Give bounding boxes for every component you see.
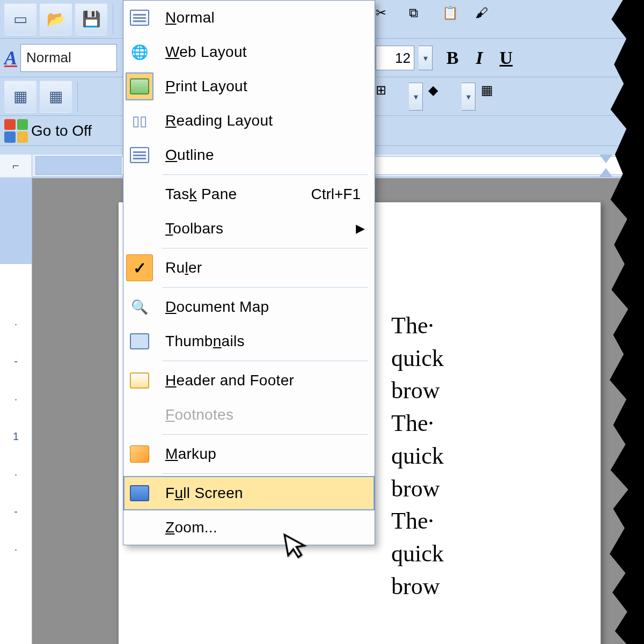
new-doc-button[interactable]: ▭ xyxy=(4,3,36,35)
checkmark-icon: ✓ xyxy=(133,259,147,277)
outline-icon xyxy=(130,147,149,163)
word-2003-window: ▭ 📂 💾 A Normal ▦ ▦ Go to Off 12 ▾ B I U … xyxy=(0,0,644,644)
style-selector-value: Normal xyxy=(26,49,71,66)
underline-button[interactable]: U xyxy=(495,48,517,68)
styles-aa-icon[interactable]: A xyxy=(4,47,17,69)
insert-table-button[interactable]: ▦ xyxy=(40,80,72,113)
table-grid-icon: ▦ xyxy=(49,87,63,105)
borders-icon: ▦ xyxy=(481,83,493,97)
header-footer-icon xyxy=(130,372,149,389)
grid-dropdown[interactable]: ▾ xyxy=(409,83,423,111)
font-size-value: 12 xyxy=(395,50,411,67)
scissors-icon: ✂ xyxy=(376,5,386,20)
bucket-icon: ◆ xyxy=(428,83,438,97)
drawing-toolbar-right: ⊞ ▾ ◆ ▾ ▦ xyxy=(376,77,509,116)
right-indent-marker-bottom[interactable] xyxy=(599,168,612,177)
grid-icon: ⊞ xyxy=(376,83,386,97)
clipboard-toolbar-right: ✂ ⧉ 📋 🖌 xyxy=(376,0,503,39)
bold-button[interactable]: B xyxy=(441,48,464,68)
fill-color-button[interactable]: ◆ xyxy=(428,83,456,111)
menu-item-toolbars[interactable]: Toolbars ▶ xyxy=(123,211,375,246)
reading-layout-icon: ▯▯ xyxy=(132,113,147,129)
print-layout-icon xyxy=(130,78,149,94)
ruler-tick: - xyxy=(14,355,18,368)
menu-shortcut: Ctrl+F1 xyxy=(311,186,375,203)
ruler-tick: · xyxy=(14,318,18,330)
menu-item-header-footer[interactable]: Header and Footer xyxy=(123,363,375,398)
borders-button[interactable]: ▦ xyxy=(481,83,509,111)
document-text[interactable]: The· quick brow The· quick brow The· qui… xyxy=(391,310,444,603)
toolbar-separator xyxy=(113,4,113,34)
right-indent-marker-top[interactable] xyxy=(599,155,612,163)
font-size-dropdown[interactable]: ▾ xyxy=(419,46,433,70)
save-button[interactable]: 💾 xyxy=(75,3,107,35)
style-selector[interactable]: Normal xyxy=(20,44,117,72)
menu-item-task-pane[interactable]: Task Pane Ctrl+F1 xyxy=(123,177,375,211)
normal-view-icon xyxy=(130,10,149,26)
menu-separator xyxy=(162,361,368,361)
cut-button[interactable]: ✂ xyxy=(376,5,404,33)
goto-office-link[interactable]: Go to Off xyxy=(31,122,92,140)
menu-item-document-map[interactable]: 🔍 Document Map xyxy=(123,290,375,324)
submenu-arrow-icon: ▶ xyxy=(356,222,375,236)
font-size-box[interactable]: 12 xyxy=(376,46,414,70)
document-map-icon: 🔍 xyxy=(131,299,148,316)
menu-item-normal[interactable]: NNormalormal xyxy=(123,1,375,35)
paste-button[interactable]: 📋 xyxy=(442,5,470,33)
fill-dropdown[interactable]: ▾ xyxy=(462,83,475,111)
ruler-tick: · xyxy=(14,468,18,480)
menu-separator xyxy=(162,174,368,175)
menu-item-markup[interactable]: Markup xyxy=(123,437,375,471)
menu-item-footnotes: Footnotes xyxy=(123,398,375,432)
menu-item-outline[interactable]: Outline xyxy=(123,138,375,172)
formatting-toolbar-right: 12 ▾ B I U xyxy=(376,39,517,77)
thumbnails-icon xyxy=(130,333,149,349)
copy-icon: ⧉ xyxy=(409,5,418,20)
vertical-ruler-margin xyxy=(0,178,32,264)
menu-item-full-screen[interactable]: Full Screen xyxy=(123,476,375,510)
menu-separator xyxy=(162,473,368,474)
menu-item-ruler[interactable]: ✓ Ruler xyxy=(123,251,375,285)
menu-item-reading-layout[interactable]: ▯▯ Reading Layout xyxy=(123,104,375,138)
menu-item-web-layout[interactable]: 🌐 Web Layout xyxy=(123,35,375,69)
view-menu: NNormalormal 🌐 Web Layout Print Layout ▯… xyxy=(123,0,375,545)
draw-table-button[interactable]: ▦ xyxy=(4,80,36,113)
markup-icon xyxy=(130,445,149,463)
open-button[interactable]: 📂 xyxy=(40,3,72,35)
toolbar-separator xyxy=(77,82,78,112)
ruler-tick-1: 1 xyxy=(13,430,19,443)
menu-item-thumbnails[interactable]: Thumbnails xyxy=(123,324,375,358)
ruler-tick: · xyxy=(14,393,18,405)
web-layout-icon: 🌐 xyxy=(131,44,148,61)
full-screen-icon xyxy=(130,485,149,501)
menu-item-print-layout[interactable]: Print Layout xyxy=(123,69,375,104)
format-painter-button[interactable]: 🖌 xyxy=(475,5,503,33)
clipboard-icon: 📋 xyxy=(442,5,458,20)
folder-open-icon: 📂 xyxy=(47,10,65,28)
menu-separator xyxy=(162,287,368,288)
paintbrush-icon: 🖌 xyxy=(475,5,488,20)
copy-button[interactable]: ⧉ xyxy=(409,5,437,33)
menu-item-zoom[interactable]: Zoom... xyxy=(123,510,375,545)
floppy-icon: 💾 xyxy=(82,10,101,28)
ruler-tick: · xyxy=(14,543,18,555)
ruler-tick: - xyxy=(14,506,18,518)
menu-separator xyxy=(162,434,368,435)
menu-separator xyxy=(162,248,368,248)
ruler-margin-area xyxy=(36,157,122,174)
new-doc-icon: ▭ xyxy=(13,10,27,28)
vertical-ruler[interactable]: · - · 1 · - · xyxy=(0,178,32,644)
italic-button[interactable]: I xyxy=(468,48,491,68)
office-logo-icon xyxy=(4,119,28,143)
grid-layout-button[interactable]: ⊞ xyxy=(376,83,404,111)
table-pencil-icon: ▦ xyxy=(13,87,27,105)
ruler-tab-selector[interactable]: ⌐ xyxy=(0,155,32,177)
